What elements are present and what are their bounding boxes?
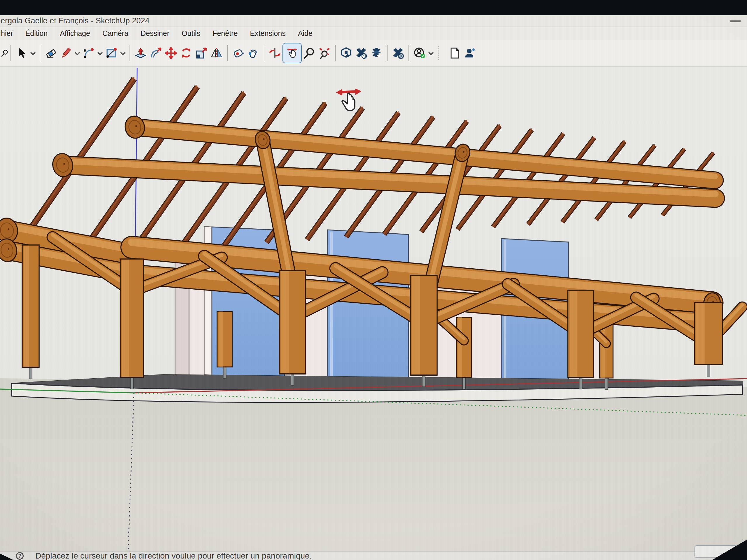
toolbar-separator <box>40 45 40 61</box>
toolbar-separator <box>335 45 336 61</box>
3d-warehouse-icon[interactable] <box>338 44 354 62</box>
window-title: ergola Gaelle et François - SketchUp 202… <box>1 16 149 25</box>
select-tool-icon[interactable] <box>14 44 29 62</box>
toolbar-separator <box>387 45 387 61</box>
offset-tool-icon[interactable] <box>148 44 163 62</box>
menu-outils[interactable]: Outils <box>176 29 207 37</box>
paint-bucket-tool-icon[interactable] <box>246 44 261 62</box>
3d-viewport[interactable] <box>0 66 747 551</box>
menu-fichier-partial[interactable]: hier <box>0 29 19 37</box>
menu-fenetre[interactable]: Fenêtre <box>206 29 243 37</box>
menu-bar: hier Édition Affichage Caméra Dessiner O… <box>0 27 747 40</box>
menu-extensions[interactable]: Extensions <box>244 29 292 37</box>
toolbar-separator <box>10 45 11 61</box>
menu-affichage[interactable]: Affichage <box>54 29 96 37</box>
add-user-icon[interactable] <box>462 44 478 62</box>
zoom-tool-icon[interactable] <box>302 44 317 62</box>
extension-warehouse-icon[interactable] <box>354 44 369 62</box>
line-pencil-tool-icon[interactable] <box>58 44 74 62</box>
menu-dessiner[interactable]: Dessiner <box>134 29 176 37</box>
toolbar-separator <box>264 45 264 61</box>
rectangle-caret-icon[interactable] <box>119 44 127 62</box>
send-to-layout-icon[interactable] <box>369 44 384 62</box>
monitor-bezel <box>0 0 747 15</box>
monitor-photo: ergola Gaelle et François - SketchUp 202… <box>0 0 747 560</box>
minimize-button[interactable] <box>730 20 741 22</box>
select-caret-icon[interactable] <box>29 44 37 62</box>
zoom-extents-icon[interactable] <box>317 44 332 62</box>
push-pull-tool-icon[interactable] <box>133 44 148 62</box>
context-help-icon[interactable]: ? <box>16 552 24 560</box>
status-hint: Déplacez le curseur dans la direction vo… <box>35 551 312 560</box>
flip-tool-icon[interactable] <box>209 44 224 62</box>
pencil-caret-icon[interactable] <box>74 44 81 62</box>
menu-camera[interactable]: Caméra <box>96 29 134 37</box>
arc-tool-icon[interactable] <box>81 44 96 62</box>
toolbar-separator <box>227 45 228 61</box>
extension-manager-icon[interactable] <box>390 44 406 62</box>
model-scene <box>0 66 747 551</box>
scale-tool-icon[interactable] <box>194 44 209 62</box>
toolbar-separator <box>409 45 409 61</box>
tape-measure-tool-icon[interactable] <box>231 44 246 62</box>
account-caret-icon[interactable] <box>427 44 435 62</box>
search-icon[interactable] <box>0 44 7 62</box>
shapes-rectangle-tool-icon[interactable] <box>104 44 119 62</box>
pan-tool-icon[interactable] <box>282 43 302 63</box>
toolbar-separator <box>130 45 130 61</box>
menu-edition[interactable]: Édition <box>19 29 54 37</box>
window-titlebar: ergola Gaelle et François - SketchUp 202… <box>0 15 747 27</box>
ground <box>0 378 747 551</box>
move-tool-icon[interactable] <box>163 44 179 62</box>
menu-aide[interactable]: Aide <box>292 29 319 37</box>
rotate-tool-icon[interactable] <box>179 44 194 62</box>
status-bar: ? Déplacez le curseur dans la direction … <box>0 551 747 560</box>
account-icon[interactable] <box>412 44 427 62</box>
orbit-tool-icon[interactable] <box>267 44 282 62</box>
arc-caret-icon[interactable] <box>96 44 104 62</box>
eraser-tool-icon[interactable] <box>43 44 58 62</box>
new-file-icon[interactable] <box>447 44 462 62</box>
getting-started-toolbar <box>0 40 747 66</box>
toolbar-grip[interactable] <box>438 46 440 60</box>
